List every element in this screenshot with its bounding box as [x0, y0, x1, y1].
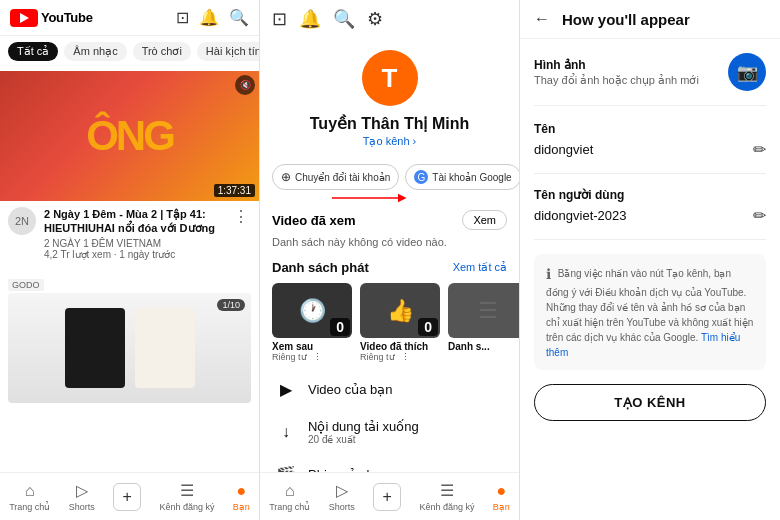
- notification-icon[interactable]: 🔔: [199, 8, 219, 27]
- red-arrow-area: [272, 198, 507, 206]
- back-button[interactable]: ←: [534, 10, 550, 28]
- nav-subscriptions-mid[interactable]: ☰ Kênh đăng ký: [419, 481, 474, 512]
- nav-subscriptions-left[interactable]: ☰ Kênh đăng ký: [159, 481, 214, 512]
- liked-img: 👍 0: [360, 283, 440, 338]
- nav-home-label-mid: Trang chủ: [269, 502, 310, 512]
- nav-add-mid[interactable]: +: [373, 483, 401, 511]
- username-section: Tên người dùng didongviet-2023 ✏: [534, 188, 766, 240]
- view-watched-btn[interactable]: Xem: [462, 210, 507, 230]
- playlist-title: Danh sách phát: [272, 260, 369, 275]
- filter-all[interactable]: Tất cả: [8, 42, 58, 61]
- nav-you-label-left: Bạn: [233, 502, 250, 512]
- video-thumb-bg: ÔNG: [0, 71, 259, 201]
- settings-icon-mid[interactable]: ⚙: [367, 8, 383, 30]
- info-icon: ℹ: [546, 266, 551, 282]
- cast-icon-mid[interactable]: ⊡: [272, 8, 287, 30]
- profile-avatar: T: [362, 50, 418, 106]
- menu-items: ▶ Video của bạn ↓ Nội dung tải xuống 20 …: [260, 370, 519, 472]
- menu-downloads-info: Nội dung tải xuống 20 đề xuất: [308, 419, 419, 445]
- add-btn-left[interactable]: +: [113, 483, 141, 511]
- video-list: ÔNG 🔇 1:37:31 2N 2 Ngày 1 Đêm - Mùa 2 | …: [0, 67, 259, 472]
- watch-later-count: 0: [330, 318, 350, 336]
- you-icon-mid: ●: [496, 482, 506, 500]
- mid-header-icons: ⊡ 🔔 🔍 ⚙: [272, 8, 383, 30]
- username-edit-icon[interactable]: ✏: [753, 206, 766, 225]
- video-info-1: 2N 2 Ngày 1 Đêm - Mùa 2 | Tập 41: HIEUTH…: [0, 201, 259, 266]
- nav-you-mid[interactable]: ● Bạn: [493, 482, 510, 512]
- image-sublabel: Thay đổi ảnh hoặc chụp ảnh mới: [534, 74, 699, 87]
- watch-later-label: Xem sau: [272, 341, 313, 352]
- profile-channel-link[interactable]: Tạo kênh ›: [363, 135, 416, 148]
- ad-thumbnail: 1/10: [8, 293, 251, 403]
- menu-downloads[interactable]: ↓ Nội dung tải xuống 20 đề xuất: [260, 409, 519, 455]
- name-edit-icon[interactable]: ✏: [753, 140, 766, 159]
- nav-home-left[interactable]: ⌂ Trang chủ: [9, 482, 50, 512]
- filter-music[interactable]: Âm nhạc: [64, 42, 126, 61]
- nav-subs-label-left: Kênh đăng ký: [159, 502, 214, 512]
- right-header: ← How you'll appear: [520, 0, 780, 39]
- watch-later-sublabel: Riêng tư ⋮: [272, 352, 322, 362]
- movie-icon: 🎬: [276, 465, 296, 472]
- mute-icon[interactable]: 🔇: [235, 75, 255, 95]
- watched-section: Video đã xem Xem Danh sách này không có …: [260, 206, 519, 252]
- nav-shorts-mid[interactable]: ▷ Shorts: [329, 481, 355, 512]
- menu-your-videos[interactable]: ▶ Video của bạn: [260, 370, 519, 409]
- profile-name: Tuyền Thân Thị Minh: [310, 114, 469, 133]
- username-label: Tên người dùng: [534, 188, 766, 202]
- mid-bottom-nav: ⌂ Trang chủ ▷ Shorts + ☰ Kênh đăng ký ● …: [260, 472, 519, 520]
- cast-icon[interactable]: ⊡: [176, 8, 189, 27]
- youtube-logo[interactable]: YouTube: [10, 9, 93, 27]
- camera-button[interactable]: 📷: [728, 53, 766, 91]
- plus-icon-left: +: [122, 488, 131, 506]
- video-item-1[interactable]: ÔNG 🔇 1:37:31 2N 2 Ngày 1 Đêm - Mùa 2 | …: [0, 67, 259, 270]
- video-meta-1: 2 Ngày 1 Đêm - Mùa 2 | Tập 41: HIEUTHIUH…: [44, 207, 223, 260]
- menu-your-movies[interactable]: 🎬 Phim của bạn: [260, 455, 519, 472]
- watch-later-more-icon[interactable]: ⋮: [313, 352, 322, 362]
- playlist-liked[interactable]: 👍 0 Video đã thích Riêng tư ⋮: [360, 283, 440, 362]
- video-stats-1: 2 NGÀY 1 ĐÊM VIETNAM 4,2 Tr lượt xem · 1…: [44, 238, 223, 260]
- search-icon[interactable]: 🔍: [229, 8, 249, 27]
- ad-hoodie-display: [55, 298, 205, 398]
- playlist-danh-sach[interactable]: ☰ Danh s...: [448, 283, 520, 362]
- nav-you-left[interactable]: ● Bạn: [233, 482, 250, 512]
- filter-gaming[interactable]: Trò chơi: [133, 42, 191, 61]
- home-icon-left: ⌂: [25, 482, 35, 500]
- menu-downloads-label: Nội dung tải xuống: [308, 419, 419, 434]
- search-icon-mid[interactable]: 🔍: [333, 8, 355, 30]
- switch-account-btn[interactable]: ⊕ Chuyển đổi tài khoản: [272, 164, 399, 190]
- nav-shorts-label-left: Shorts: [69, 502, 95, 512]
- youtube-logo-icon: [10, 9, 38, 27]
- video-more-btn-1[interactable]: ⋮: [231, 207, 251, 226]
- info-box: ℹ Bằng việc nhấn vào nút Tạo kênh, bạn đ…: [534, 254, 766, 370]
- plus-icon-mid: +: [382, 488, 391, 506]
- ad-item-1[interactable]: GODO 1/10: [0, 270, 259, 407]
- left-bottom-nav: ⌂ Trang chủ ▷ Shorts + ☰ Kênh đăng ký ● …: [0, 472, 259, 520]
- add-btn-mid[interactable]: +: [373, 483, 401, 511]
- video-title-1: 2 Ngày 1 Đêm - Mùa 2 | Tập 41: HIEUTHIUH…: [44, 207, 223, 236]
- video-duration: 1:37:31: [214, 184, 255, 197]
- nav-shorts-left[interactable]: ▷ Shorts: [69, 481, 95, 512]
- create-channel-button[interactable]: TẠO KÊNH: [534, 384, 766, 421]
- google-account-btn[interactable]: G Tài khoản Google: [405, 164, 519, 190]
- liked-more-icon[interactable]: ⋮: [401, 352, 410, 362]
- nav-home-mid[interactable]: ⌂ Trang chủ: [269, 482, 310, 512]
- nav-subs-label-mid: Kênh đăng ký: [419, 502, 474, 512]
- nav-you-label-mid: Bạn: [493, 502, 510, 512]
- home-icon-mid: ⌂: [285, 482, 295, 500]
- playlist-view-all[interactable]: Xem tất cả: [453, 261, 507, 274]
- watched-empty-msg: Danh sách này không có video nào.: [272, 230, 507, 252]
- right-panel: ← How you'll appear Hình ảnh Thay đổi ản…: [520, 0, 780, 520]
- filter-bar: Tất cả Âm nhạc Trò chơi Hài kịch tính: [0, 36, 259, 67]
- left-panel: YouTube ⊡ 🔔 🔍 Tất cả Âm nhạc Trò chơi Hà…: [0, 0, 260, 520]
- ad-pagination: 1/10: [217, 299, 245, 311]
- header-icons: ⊡ 🔔 🔍: [176, 8, 249, 27]
- playlist-watch-later[interactable]: 🕐 0 Xem sau Riêng tư ⋮: [272, 283, 352, 362]
- notification-icon-mid[interactable]: 🔔: [299, 8, 321, 30]
- watched-title: Video đã xem: [272, 213, 356, 228]
- video-thumbnail-1: ÔNG 🔇 1:37:31: [0, 71, 259, 201]
- right-panel-title: How you'll appear: [562, 11, 690, 28]
- playlist-thumbs: 🕐 0 Xem sau Riêng tư ⋮ 👍 0 Video đã thíc…: [260, 279, 519, 370]
- filter-comedy[interactable]: Hài kịch tính: [197, 42, 259, 61]
- ad-badge: GODO: [8, 279, 44, 291]
- nav-add-left[interactable]: +: [113, 483, 141, 511]
